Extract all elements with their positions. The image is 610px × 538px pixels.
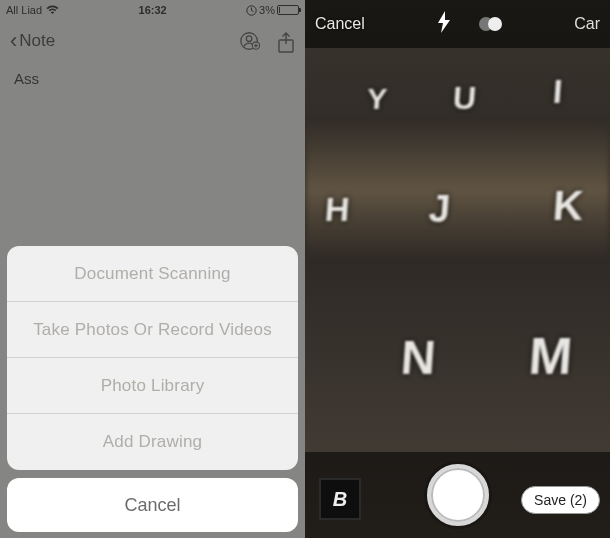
key-glyph: M	[527, 326, 575, 386]
notes-app-screen: All Liad 16:32 3% ‹ Note A	[0, 0, 305, 538]
filter-icon[interactable]	[479, 17, 502, 31]
shutter-button[interactable]	[427, 464, 489, 526]
scanner-controls	[437, 11, 502, 38]
key-glyph: Y	[366, 82, 388, 116]
key-glyph: K	[551, 182, 585, 230]
flash-icon[interactable]	[437, 11, 451, 38]
key-glyph: U	[452, 80, 478, 117]
scanner-bottom-bar: B Save (2)	[305, 452, 610, 538]
scanner-cancel-button[interactable]: Cancel	[315, 15, 365, 33]
key-glyph: N	[399, 330, 438, 385]
scanner-mode-label[interactable]: Car	[574, 15, 600, 33]
document-scanner-screen: Y U I H J K N M Cancel Car B Save (2)	[305, 0, 610, 538]
scan-thumbnail[interactable]: B	[319, 478, 361, 520]
key-glyph: J	[427, 188, 451, 231]
key-glyph: I	[552, 72, 564, 111]
action-scan-documents[interactable]: Document Scanning	[7, 246, 298, 302]
action-cheet-cancel[interactable]: Cancel	[7, 478, 298, 532]
key-glyph: H	[324, 190, 351, 229]
action-photo-library[interactable]: Photo Library	[7, 358, 298, 414]
action-sheet-options: Document Scanning Take Photos Or Record …	[7, 246, 298, 470]
action-add-drawing[interactable]: Add Drawing	[7, 414, 298, 470]
save-button[interactable]: Save (2)	[521, 486, 600, 514]
action-sheet: Document Scanning Take Photos Or Record …	[7, 246, 298, 532]
scanner-top-bar: Cancel Car	[305, 0, 610, 48]
action-take-photo[interactable]: Take Photos Or Record Videos	[7, 302, 298, 358]
thumbnail-glyph: B	[333, 488, 347, 511]
